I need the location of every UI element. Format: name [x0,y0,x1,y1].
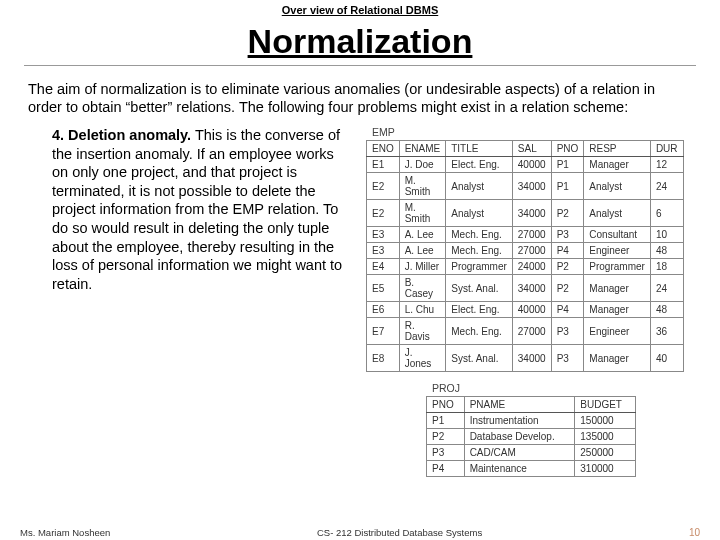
cell: E5 [367,275,400,302]
cell: Elect. Eng. [446,302,513,318]
slide: { "header": { "overline": "Over view of … [0,4,720,540]
table-row: E1J. DoeElect. Eng.40000P1Manager12 [367,157,684,173]
emp-th: ENO [367,141,400,157]
cell: 27000 [512,227,551,243]
cell: 34000 [512,345,551,372]
title-container: Normalization [24,22,696,66]
cell: Manager [584,275,651,302]
emp-th: SAL [512,141,551,157]
tables-column: EMP ENO ENAME TITLE SAL PNO RESP DUR E1J… [366,126,692,477]
footer-page: 10 [689,527,700,538]
cell: 18 [650,259,683,275]
emp-th: PNO [551,141,584,157]
cell: 40 [650,345,683,372]
cell: M. Smith [399,173,446,200]
cell: P1 [551,157,584,173]
cell: E1 [367,157,400,173]
cell: E3 [367,243,400,259]
cell: Engineer [584,243,651,259]
proj-tbody: P1Instrumentation150000P2Database Develo… [427,413,636,477]
footer-course: CS- 212 Distributed Database Systems [317,527,482,538]
slide-title: Normalization [24,22,696,61]
cell: J. Miller [399,259,446,275]
cell: Elect. Eng. [446,157,513,173]
cell: 40000 [512,302,551,318]
cell: Instrumentation [464,413,575,429]
cell: Mech. Eng. [446,318,513,345]
table-row: E4J. MillerProgrammer24000P2Programmer18 [367,259,684,275]
cell: 48 [650,302,683,318]
emp-th: DUR [650,141,683,157]
cell: Engineer [584,318,651,345]
table-row: P4Maintenance310000 [427,461,636,477]
cell: E7 [367,318,400,345]
cell: Mech. Eng. [446,243,513,259]
table-row: E6L. ChuElect. Eng.40000P4Manager48 [367,302,684,318]
cell: P3 [551,345,584,372]
cell: P1 [427,413,465,429]
table-row: E2M. SmithAnalyst34000P1Analyst24 [367,173,684,200]
cell: Maintenance [464,461,575,477]
cell: 34000 [512,200,551,227]
cell: 6 [650,200,683,227]
cell: Analyst [584,200,651,227]
table-row: E5B. CaseySyst. Anal.34000P2Manager24 [367,275,684,302]
cell: P3 [427,445,465,461]
table-row: E3A. LeeMech. Eng.27000P3Consultant10 [367,227,684,243]
footer-author: Ms. Mariam Nosheen [20,527,110,538]
cell: L. Chu [399,302,446,318]
cell: Syst. Anal. [446,275,513,302]
cell: P4 [427,461,465,477]
table-row: E8J. JonesSyst. Anal.34000P3Manager40 [367,345,684,372]
cell: 24 [650,173,683,200]
anomaly-paragraph: 4. Deletion anomaly. This is the convers… [52,126,352,477]
cell: Analyst [446,173,513,200]
cell: R. Davis [399,318,446,345]
proj-label: PROJ [432,382,692,394]
table-row: P2Database Develop.135000 [427,429,636,445]
cell: 24000 [512,259,551,275]
body-row: 4. Deletion anomaly. This is the convers… [28,126,692,477]
emp-header-row: ENO ENAME TITLE SAL PNO RESP DUR [367,141,684,157]
cell: J. Doe [399,157,446,173]
cell: P4 [551,302,584,318]
table-row: E7R. DavisMech. Eng.27000P3Engineer36 [367,318,684,345]
intro-text: The aim of normalization is to eliminate… [28,80,692,116]
cell: J. Jones [399,345,446,372]
cell: CAD/CAM [464,445,575,461]
emp-th: RESP [584,141,651,157]
cell: E6 [367,302,400,318]
cell: Mech. Eng. [446,227,513,243]
cell: 12 [650,157,683,173]
cell: P2 [427,429,465,445]
cell: B. Casey [399,275,446,302]
cell: 27000 [512,243,551,259]
cell: Programmer [446,259,513,275]
cell: P2 [551,259,584,275]
cell: P4 [551,243,584,259]
emp-table: ENO ENAME TITLE SAL PNO RESP DUR E1J. Do… [366,140,684,372]
cell: E4 [367,259,400,275]
table-row: P3CAD/CAM250000 [427,445,636,461]
proj-table-wrap: PROJ PNO PNAME BUDGET P1Instrumentation1… [366,382,692,477]
table-row: E3A. LeeMech. Eng.27000P4Engineer48 [367,243,684,259]
cell: 34000 [512,173,551,200]
emp-label: EMP [372,126,692,138]
table-row: P1Instrumentation150000 [427,413,636,429]
cell: P1 [551,173,584,200]
emp-table-wrap: EMP ENO ENAME TITLE SAL PNO RESP DUR E1J… [366,126,692,372]
proj-th: PNAME [464,397,575,413]
cell: E8 [367,345,400,372]
cell: Programmer [584,259,651,275]
table-row: E2M. SmithAnalyst34000P2Analyst6 [367,200,684,227]
cell: E2 [367,173,400,200]
proj-th: BUDGET [575,397,636,413]
footer: Ms. Mariam Nosheen CS- 212 Distributed D… [0,527,720,538]
paragraph-lead: 4. Deletion anomaly. [52,127,191,143]
cell: P2 [551,275,584,302]
cell: 34000 [512,275,551,302]
cell: 135000 [575,429,636,445]
header-overline: Over view of Relational DBMS [0,4,720,16]
paragraph-text: This is the converse of the insertion an… [52,127,342,291]
cell: Manager [584,345,651,372]
